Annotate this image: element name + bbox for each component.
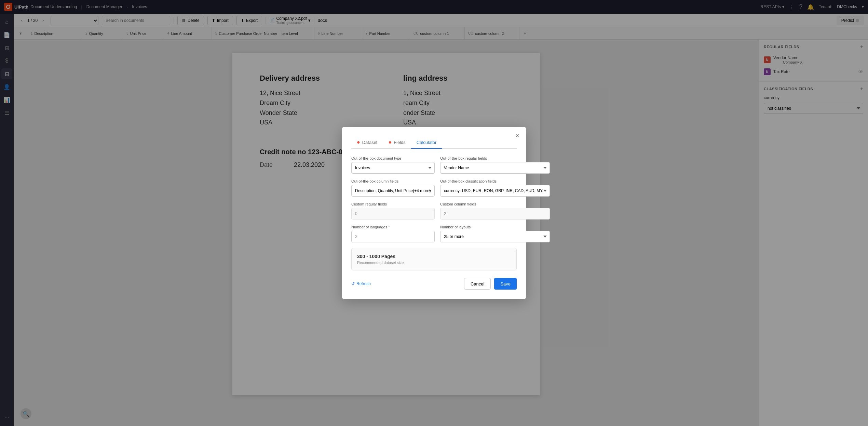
ootb-regular-fields-label: Out-of-the-box regular fields: [440, 156, 550, 160]
custom-regular-input[interactable]: [351, 208, 435, 219]
ootb-regular-fields-select[interactable]: Vendor Name: [440, 162, 550, 174]
refresh-btn[interactable]: ↺ Refresh: [351, 281, 371, 286]
modal-footer: ↺ Refresh Cancel Save: [351, 278, 517, 290]
ootb-doc-type-label: Out-of-the-box document type: [351, 156, 435, 160]
num-layouts-select[interactable]: 25 or more: [440, 231, 550, 242]
ootb-doc-type-select[interactable]: Invoices: [351, 162, 435, 174]
fields-error-icon: ●: [388, 139, 392, 145]
num-languages-input[interactable]: [351, 231, 435, 242]
save-btn[interactable]: Save: [494, 278, 517, 290]
tab-fields[interactable]: ● Fields: [383, 136, 411, 149]
custom-regular-label: Custom regular fields: [351, 202, 435, 206]
tab-calculator[interactable]: Calculator: [411, 136, 442, 149]
dataset-error-icon: ●: [357, 139, 360, 145]
num-languages-label: Number of languages *: [351, 225, 435, 229]
result-pages: 300 - 1000 Pages: [357, 254, 511, 259]
ootb-classification-select[interactable]: currency: USD, EUR, RON, GBP, INR, CAD, …: [440, 185, 550, 197]
custom-column-group: Custom column fields: [440, 202, 550, 219]
ootb-column-fields-group: Out-of-the-box column fields Description…: [351, 179, 435, 197]
cancel-btn[interactable]: Cancel: [464, 278, 491, 290]
calculator-form: Out-of-the-box document type Invoices Ou…: [351, 156, 517, 242]
modal-tabs: ● Dataset ● Fields Calculator: [351, 136, 517, 149]
num-languages-group: Number of languages *: [351, 225, 435, 242]
result-recommended: Recommended dataset size: [357, 261, 511, 265]
ootb-doc-type-group: Out-of-the-box document type Invoices: [351, 156, 435, 174]
ootb-column-fields-label: Out-of-the-box column fields: [351, 179, 435, 183]
ootb-classification-label: Out-of-the-box classification fields: [440, 179, 550, 183]
ootb-regular-fields-group: Out-of-the-box regular fields Vendor Nam…: [440, 156, 550, 174]
custom-column-input[interactable]: [440, 208, 550, 219]
result-box: 300 - 1000 Pages Recommended dataset siz…: [351, 248, 517, 270]
num-layouts-group: Number of layouts 25 or more: [440, 225, 550, 242]
modal-close-btn[interactable]: ×: [513, 132, 521, 140]
tab-dataset[interactable]: ● Dataset: [351, 136, 383, 149]
custom-column-label: Custom column fields: [440, 202, 550, 206]
calculator-modal: × ● Dataset ● Fields Calculator Out-of-t…: [342, 127, 526, 299]
refresh-icon: ↺: [351, 281, 355, 286]
ootb-classification-group: Out-of-the-box classification fields cur…: [440, 179, 550, 197]
custom-regular-group: Custom regular fields: [351, 202, 435, 219]
modal-overlay[interactable]: × ● Dataset ● Fields Calculator Out-of-t…: [0, 0, 868, 426]
ootb-column-fields-select[interactable]: Description, Quantity, Unit Price(+4 mor…: [351, 185, 435, 197]
footer-actions: Cancel Save: [464, 278, 517, 290]
num-layouts-label: Number of layouts: [440, 225, 550, 229]
